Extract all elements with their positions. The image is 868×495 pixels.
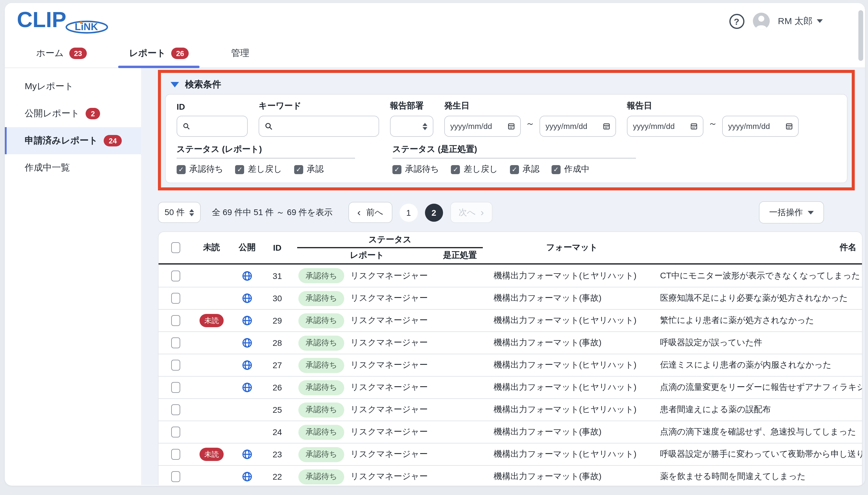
row-checkbox[interactable]	[171, 427, 180, 438]
avatar[interactable]	[752, 13, 769, 30]
date-input[interactable]	[545, 122, 599, 131]
search-conditions-toggle[interactable]: 検索条件	[161, 73, 852, 94]
report-subject-link[interactable]: 薬を飲ませる時間を間違えてしまった	[655, 471, 862, 482]
unread-badge: 未読	[200, 314, 224, 327]
tab-report[interactable]: レポート 26	[126, 39, 191, 68]
checkbox-checked-icon	[235, 165, 244, 174]
table-row: 未読 31 承認待ち リスクマネージャー 機構出力フォーマット(ヒヤリハット) …	[158, 264, 862, 287]
row-checkbox[interactable]	[171, 315, 180, 326]
report-id: 28	[263, 338, 291, 348]
report-subject-link[interactable]: 患者間違えによる薬の誤配布	[655, 404, 862, 415]
page-button-1[interactable]: 1	[399, 203, 418, 221]
result-range-text: 全 69 件中 51 件 ～ 69 件を表示	[212, 207, 333, 218]
sidebar-item-drafts[interactable]: 作成中一覧	[5, 154, 141, 181]
public-globe-icon[interactable]	[242, 315, 253, 326]
checkbox-report-pending[interactable]: 承認待ち	[176, 164, 223, 175]
app-logo[interactable]: CLIP LiNK	[17, 7, 108, 35]
checkbox-corrective-pending[interactable]: 承認待ち	[392, 164, 439, 175]
status-report-label: ステータス (レポート)	[176, 144, 355, 158]
select-all-checkbox[interactable]	[171, 242, 180, 253]
date-input[interactable]	[728, 122, 782, 131]
page-button-2[interactable]: 2	[425, 203, 443, 221]
id-search-input[interactable]	[176, 116, 248, 137]
search-icon	[265, 122, 273, 131]
reported-date-to[interactable]	[722, 116, 799, 137]
prev-page-button[interactable]: ‹ 前へ	[348, 202, 392, 223]
report-approver: リスクマネージャー	[351, 270, 428, 281]
row-checkbox[interactable]	[171, 293, 180, 304]
report-subject-link[interactable]: 伝達ミスにより患者の薬が内服されなかった	[655, 360, 862, 371]
row-checkbox[interactable]	[171, 449, 180, 460]
date-input[interactable]	[633, 122, 686, 131]
checkbox-corrective-drafting[interactable]: 作成中	[551, 164, 590, 175]
next-page-button[interactable]: 次へ ›	[450, 202, 492, 223]
row-checkbox[interactable]	[171, 382, 180, 393]
report-approver: リスクマネージャー	[351, 382, 428, 393]
report-approver: リスクマネージャー	[351, 360, 428, 371]
user-menu[interactable]: RM 太郎	[778, 15, 823, 27]
keyword-input[interactable]	[276, 122, 373, 131]
page-size-select[interactable]: 50 件	[158, 202, 201, 223]
report-format: 機構出力フォーマット(事故)	[489, 471, 655, 482]
row-checkbox[interactable]	[171, 471, 180, 482]
public-globe-icon[interactable]	[242, 360, 253, 371]
row-checkbox[interactable]	[171, 270, 180, 281]
tab-home[interactable]: ホーム 23	[34, 39, 89, 68]
report-id: 26	[263, 382, 291, 392]
chevron-down-icon	[817, 19, 823, 23]
bulk-action-button[interactable]: 一括操作	[759, 201, 824, 224]
table-row: 未読 27 承認待ち リスクマネージャー 機構出力フォーマット(ヒヤリハット) …	[158, 354, 862, 376]
report-format: 機構出力フォーマット(ヒヤリハット)	[489, 404, 655, 415]
search-conditions-panel: 検索条件 ID キーワード	[158, 70, 855, 190]
report-subject-link[interactable]: 医療知識不足により必要な薬が処方されなかった	[655, 293, 862, 304]
row-checkbox[interactable]	[171, 360, 180, 371]
report-subject-link[interactable]: 繁忙により患者に薬が処方されなかった	[655, 315, 862, 326]
top-bar: CLIP LiNK ? RM 太郎	[5, 3, 865, 39]
calendar-icon	[602, 122, 610, 131]
user-name: RM 太郎	[778, 15, 813, 27]
table-row: 未読 25 承認待ち リスクマネージャー 機構出力フォーマット(ヒヤリハット) …	[158, 398, 862, 421]
tab-badge: 26	[171, 48, 189, 59]
public-globe-icon[interactable]	[242, 449, 253, 460]
occurred-date-from[interactable]	[444, 116, 521, 137]
report-id: 22	[263, 472, 291, 481]
public-globe-icon[interactable]	[242, 471, 253, 482]
row-checkbox[interactable]	[171, 404, 180, 415]
help-icon[interactable]: ?	[729, 14, 744, 29]
report-format: 機構出力フォーマット(事故)	[489, 338, 655, 348]
public-globe-icon[interactable]	[242, 338, 253, 348]
checkbox-report-returned[interactable]: 差し戻し	[235, 164, 282, 175]
public-globe-icon[interactable]	[242, 293, 253, 304]
date-range-separator: ～	[707, 118, 718, 135]
checkbox-corrective-returned[interactable]: 差し戻し	[451, 164, 498, 175]
sidebar-item-submitted-reports[interactable]: 申請済みレポート 24	[5, 127, 141, 154]
public-globe-icon[interactable]	[242, 382, 253, 393]
row-checkbox[interactable]	[171, 338, 180, 348]
tab-admin[interactable]: 管理	[229, 39, 252, 68]
reported-date-from[interactable]	[627, 116, 703, 137]
report-format: 機構出力フォーマット(ヒヤリハット)	[489, 360, 655, 371]
report-subject-link[interactable]: 点滴の流量変更をリーダーに報告せずアナフィラキシーショック	[655, 382, 862, 393]
checkbox-corrective-approved[interactable]: 承認	[510, 164, 540, 175]
keyword-search-input[interactable]	[259, 116, 379, 137]
header-corrective-status: 是正処置	[437, 250, 483, 261]
occurred-date-to[interactable]	[540, 116, 616, 137]
report-subject-link[interactable]: 呼吸器設定が勝手に変わっていて夜勤帯から申し送りを受け	[655, 449, 862, 460]
checkbox-report-approved[interactable]: 承認	[294, 164, 324, 175]
department-select[interactable]	[390, 116, 433, 137]
report-subject-link[interactable]: 呼吸器設定が誤っていた件	[655, 338, 862, 348]
scrollbar-thumb[interactable]	[858, 10, 863, 61]
occurred-date-label: 発生日	[444, 101, 616, 112]
table-row: 未読 22 承認待ち リスクマネージャー 機構出力フォーマット(事故) 薬を飲ま…	[158, 465, 862, 485]
id-input[interactable]	[193, 122, 242, 131]
public-globe-icon[interactable]	[242, 270, 253, 281]
sidebar-item-public-reports[interactable]: 公開レポート 2	[5, 100, 141, 127]
date-input[interactable]	[450, 122, 504, 131]
svg-text:CLIP: CLIP	[17, 7, 66, 32]
table-header: 未読 公開 ID ステータス レポート 是正処置 フォーマット 件名	[158, 232, 862, 264]
sidebar-item-my-reports[interactable]: Myレポート	[5, 73, 141, 100]
report-subject-link[interactable]: CT中にモニター波形が表示できなくなってしまった	[655, 270, 862, 281]
report-status-badge: 承認待ち	[299, 469, 344, 484]
report-subject-link[interactable]: 点滴の滴下速度を確認せず、急速投与してしまった	[655, 427, 862, 438]
report-approver: リスクマネージャー	[351, 427, 428, 438]
